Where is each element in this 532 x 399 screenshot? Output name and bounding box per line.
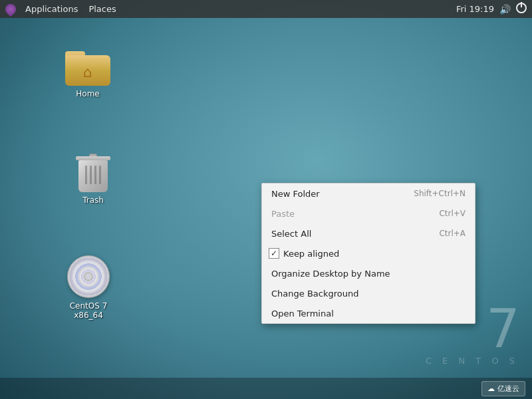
volume-icon[interactable]	[499, 4, 511, 15]
folder-graphic: ⌂	[64, 46, 112, 86]
clock: Fri 19:19	[456, 4, 494, 14]
context-menu: New Folder Shift+Ctrl+N Paste Ctrl+V Sel…	[261, 183, 475, 324]
ctx-change-bg[interactable]: Change Background	[262, 283, 475, 303]
menubar: Applications Places Fri 19:19	[0, 0, 532, 18]
ctx-new-folder[interactable]: New Folder Shift+Ctrl+N	[262, 184, 475, 203]
ctx-new-folder-label: New Folder	[271, 189, 320, 199]
centos-disc-icon[interactable]: CentOS 7 x86_64	[59, 253, 118, 323]
ctx-open-terminal-label: Open Terminal	[271, 309, 334, 319]
trash-graphic	[76, 152, 110, 192]
home-symbol: ⌂	[83, 64, 92, 80]
yiyun-logo-icon: ☁	[487, 384, 495, 393]
cd-hole	[84, 272, 93, 281]
yiyun-label: 亿速云	[497, 384, 519, 394]
applications-menu[interactable]: Applications	[20, 0, 83, 18]
centos-brand-text: C E N T O S	[426, 356, 519, 366]
home-label: Home	[61, 88, 115, 99]
bottom-bar: ☁ 亿速云	[0, 378, 532, 399]
trash-label: Trash	[66, 195, 120, 205]
ctx-new-folder-shortcut: Shift+Ctrl+N	[414, 189, 466, 198]
ctx-select-all-label: Select All	[271, 229, 311, 239]
desktop: Applications Places Fri 19:19 ⌂ Home	[0, 0, 532, 399]
menubar-left: Applications Places	[0, 0, 456, 18]
yiyun-badge: ☁ 亿速云	[481, 381, 525, 396]
keep-aligned-checkbox[interactable]: ✓	[269, 248, 279, 259]
power-icon[interactable]	[516, 3, 527, 13]
ctx-select-all[interactable]: Select All Ctrl+A	[262, 223, 475, 243]
home-icon[interactable]: ⌂ Home	[58, 43, 118, 102]
trash-icon[interactable]: Trash	[63, 150, 123, 208]
ctx-select-all-shortcut: Ctrl+A	[439, 229, 466, 238]
cd-graphic	[67, 255, 110, 298]
centos-disc-label: CentOS 7 x86_64	[61, 301, 116, 321]
ctx-keep-aligned-label: Keep aligned	[283, 249, 339, 259]
power-button[interactable]	[516, 3, 527, 15]
ctx-keep-aligned[interactable]: ✓ Keep aligned	[262, 243, 475, 263]
ctx-change-bg-label: Change Background	[271, 289, 358, 299]
ctx-paste[interactable]: Paste Ctrl+V	[262, 203, 475, 223]
gnome-logo-icon	[4, 3, 17, 16]
ctx-paste-label: Paste	[271, 209, 295, 219]
places-menu[interactable]: Places	[83, 0, 121, 18]
ctx-open-terminal[interactable]: Open Terminal	[262, 303, 475, 323]
menubar-right: Fri 19:19	[456, 3, 532, 15]
ctx-paste-shortcut: Ctrl+V	[439, 209, 466, 218]
ctx-organize-label: Organize Desktop by Name	[271, 269, 390, 279]
ctx-organize[interactable]: Organize Desktop by Name	[262, 263, 475, 283]
